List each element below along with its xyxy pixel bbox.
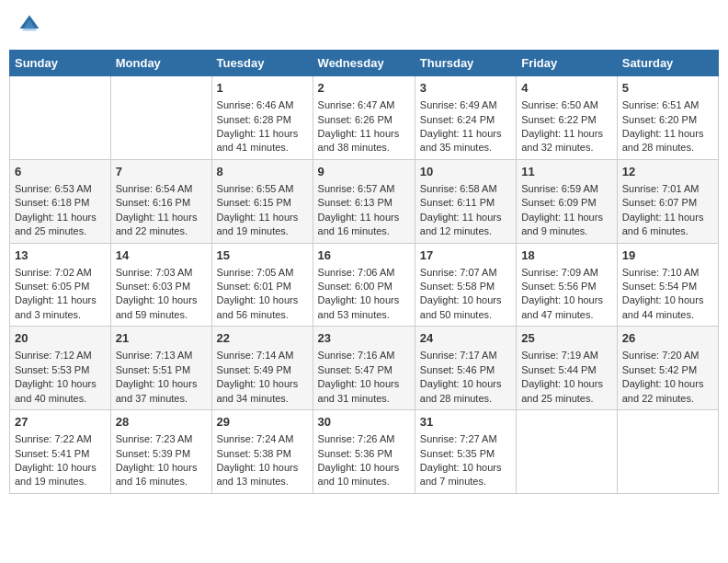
- daylight-text: Daylight: 11 hours and 22 minutes.: [116, 211, 207, 239]
- daylight-text: Daylight: 11 hours and 38 minutes.: [318, 127, 410, 155]
- week-row-1: 1Sunrise: 6:46 AMSunset: 6:28 PMDaylight…: [10, 76, 719, 160]
- sunset-text: Sunset: 5:49 PM: [217, 363, 308, 377]
- sunset-text: Sunset: 6:11 PM: [420, 196, 511, 210]
- sunrise-text: Sunrise: 7:12 AM: [15, 349, 106, 362]
- col-header-thursday: Thursday: [415, 51, 516, 76]
- day-number: 7: [116, 164, 207, 180]
- sunset-text: Sunset: 6:18 PM: [15, 196, 106, 210]
- sunset-text: Sunset: 6:22 PM: [521, 113, 611, 127]
- col-header-saturday: Saturday: [617, 51, 718, 76]
- day-number: 11: [521, 164, 611, 180]
- calendar-cell: 14Sunrise: 7:03 AMSunset: 6:03 PMDayligh…: [110, 243, 211, 327]
- sunset-text: Sunset: 6:20 PM: [622, 113, 713, 127]
- sunrise-text: Sunrise: 7:10 AM: [622, 266, 713, 280]
- sunrise-text: Sunrise: 7:09 AM: [521, 266, 611, 280]
- sunset-text: Sunset: 6:26 PM: [318, 113, 410, 127]
- sunrise-text: Sunrise: 7:27 AM: [420, 432, 511, 446]
- calendar-cell: [517, 410, 617, 494]
- sunrise-text: Sunrise: 6:58 AM: [420, 182, 511, 196]
- day-number: 23: [318, 330, 410, 347]
- logo: [18, 14, 44, 36]
- week-row-5: 27Sunrise: 7:22 AMSunset: 5:41 PMDayligh…: [10, 410, 719, 494]
- day-number: 26: [622, 330, 713, 347]
- calendar-cell: 18Sunrise: 7:09 AMSunset: 5:56 PMDayligh…: [517, 243, 617, 327]
- day-number: 25: [521, 330, 611, 347]
- col-header-wednesday: Wednesday: [313, 51, 415, 76]
- sunset-text: Sunset: 5:56 PM: [521, 280, 611, 293]
- daylight-text: Daylight: 10 hours and 47 minutes.: [521, 293, 611, 322]
- calendar-cell: 5Sunrise: 6:51 AMSunset: 6:20 PMDaylight…: [617, 76, 718, 160]
- day-number: 14: [116, 247, 207, 264]
- day-number: 2: [318, 80, 410, 97]
- sunrise-text: Sunrise: 7:01 AM: [622, 182, 713, 196]
- day-number: 30: [318, 414, 410, 431]
- week-row-4: 20Sunrise: 7:12 AMSunset: 5:53 PMDayligh…: [10, 327, 719, 410]
- daylight-text: Daylight: 10 hours and 16 minutes.: [116, 461, 207, 489]
- daylight-text: Daylight: 10 hours and 34 minutes.: [217, 377, 308, 406]
- daylight-text: Daylight: 10 hours and 19 minutes.: [15, 461, 106, 489]
- sunrise-text: Sunrise: 6:59 AM: [521, 182, 611, 196]
- calendar-cell: 31Sunrise: 7:27 AMSunset: 5:35 PMDayligh…: [415, 410, 516, 494]
- day-number: 13: [15, 247, 106, 264]
- daylight-text: Daylight: 11 hours and 41 minutes.: [217, 127, 308, 155]
- calendar-cell: 30Sunrise: 7:26 AMSunset: 5:36 PMDayligh…: [313, 410, 415, 494]
- sunset-text: Sunset: 5:46 PM: [420, 363, 511, 377]
- daylight-text: Daylight: 10 hours and 40 minutes.: [15, 377, 106, 406]
- day-number: 20: [15, 330, 106, 347]
- sunrise-text: Sunrise: 6:49 AM: [420, 98, 511, 112]
- page-header: [9, 9, 719, 40]
- calendar-cell: 10Sunrise: 6:58 AMSunset: 6:11 PMDayligh…: [415, 159, 516, 243]
- sunset-text: Sunset: 6:15 PM: [217, 196, 308, 210]
- calendar-cell: [10, 76, 111, 160]
- sunset-text: Sunset: 5:44 PM: [521, 363, 611, 377]
- daylight-text: Daylight: 11 hours and 19 minutes.: [217, 211, 308, 239]
- sunset-text: Sunset: 6:05 PM: [15, 280, 106, 293]
- sunrise-text: Sunrise: 7:26 AM: [318, 432, 410, 446]
- sunset-text: Sunset: 5:36 PM: [318, 447, 410, 461]
- sunset-text: Sunset: 6:07 PM: [622, 196, 713, 210]
- daylight-text: Daylight: 10 hours and 44 minutes.: [622, 293, 713, 322]
- calendar-cell: 26Sunrise: 7:20 AMSunset: 5:42 PMDayligh…: [617, 327, 718, 410]
- daylight-text: Daylight: 10 hours and 25 minutes.: [521, 377, 611, 406]
- daylight-text: Daylight: 11 hours and 35 minutes.: [420, 127, 511, 155]
- calendar-cell: [617, 410, 718, 494]
- sunrise-text: Sunrise: 7:03 AM: [116, 266, 207, 280]
- daylight-text: Daylight: 10 hours and 59 minutes.: [116, 293, 207, 322]
- sunrise-text: Sunrise: 7:17 AM: [420, 349, 511, 362]
- day-number: 12: [622, 164, 713, 180]
- col-header-tuesday: Tuesday: [211, 51, 313, 76]
- calendar-cell: 21Sunrise: 7:13 AMSunset: 5:51 PMDayligh…: [110, 327, 211, 410]
- daylight-text: Daylight: 10 hours and 56 minutes.: [217, 293, 308, 322]
- week-row-3: 13Sunrise: 7:02 AMSunset: 6:05 PMDayligh…: [10, 243, 719, 327]
- sunrise-text: Sunrise: 6:50 AM: [521, 98, 611, 112]
- day-number: 1: [217, 80, 308, 97]
- day-number: 10: [420, 164, 511, 180]
- day-number: 27: [15, 414, 106, 431]
- day-number: 3: [420, 80, 511, 97]
- calendar-cell: 29Sunrise: 7:24 AMSunset: 5:38 PMDayligh…: [211, 410, 313, 494]
- sunset-text: Sunset: 5:47 PM: [318, 363, 410, 377]
- daylight-text: Daylight: 10 hours and 28 minutes.: [420, 377, 511, 406]
- calendar-cell: 15Sunrise: 7:05 AMSunset: 6:01 PMDayligh…: [211, 243, 313, 327]
- sunset-text: Sunset: 5:41 PM: [15, 447, 106, 461]
- daylight-text: Daylight: 11 hours and 12 minutes.: [420, 211, 511, 239]
- daylight-text: Daylight: 11 hours and 32 minutes.: [521, 127, 611, 155]
- calendar-cell: 7Sunrise: 6:54 AMSunset: 6:16 PMDaylight…: [110, 159, 211, 243]
- sunrise-text: Sunrise: 7:14 AM: [217, 349, 308, 362]
- sunset-text: Sunset: 5:54 PM: [622, 280, 713, 293]
- sunrise-text: Sunrise: 6:46 AM: [217, 98, 308, 112]
- sunrise-text: Sunrise: 7:23 AM: [116, 432, 207, 446]
- daylight-text: Daylight: 11 hours and 28 minutes.: [622, 127, 713, 155]
- col-header-friday: Friday: [517, 51, 617, 76]
- week-row-2: 6Sunrise: 6:53 AMSunset: 6:18 PMDaylight…: [10, 159, 719, 243]
- sunset-text: Sunset: 5:51 PM: [116, 363, 207, 377]
- calendar-cell: 28Sunrise: 7:23 AMSunset: 5:39 PMDayligh…: [110, 410, 211, 494]
- calendar-cell: 24Sunrise: 7:17 AMSunset: 5:46 PMDayligh…: [415, 327, 516, 410]
- day-number: 9: [318, 164, 410, 180]
- day-number: 8: [217, 164, 308, 180]
- sunset-text: Sunset: 6:01 PM: [217, 280, 308, 293]
- calendar-cell: 25Sunrise: 7:19 AMSunset: 5:44 PMDayligh…: [517, 327, 617, 410]
- calendar-cell: 4Sunrise: 6:50 AMSunset: 6:22 PMDaylight…: [517, 76, 617, 160]
- sunrise-text: Sunrise: 7:06 AM: [318, 266, 410, 280]
- daylight-text: Daylight: 10 hours and 50 minutes.: [420, 293, 511, 322]
